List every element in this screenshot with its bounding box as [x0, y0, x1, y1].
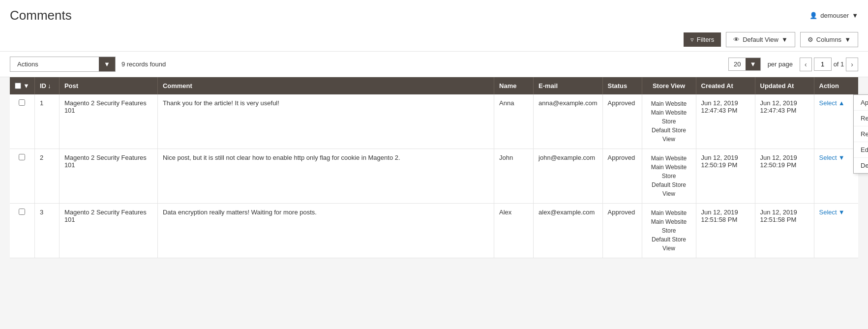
- table-header-row: ▼ ID ↓ Post Comment Name E-mail Status S…: [10, 77, 858, 94]
- row-status: Approved: [602, 94, 642, 149]
- row-created-at: Jun 12, 2019 12:50:19 PM: [696, 149, 755, 204]
- row-email: anna@example.com: [534, 94, 602, 149]
- row-action-cell: Select ▼: [814, 149, 858, 204]
- columns-label: Columns: [816, 36, 841, 43]
- per-page-select: 20 ▼: [728, 58, 761, 71]
- row-post: Magento 2 Security Features 101: [59, 149, 157, 204]
- row-name: Alex: [494, 204, 534, 258]
- row-comment: Data encryption really matters! Waiting …: [157, 204, 494, 258]
- row-checkbox-cell: [10, 94, 34, 149]
- header-email[interactable]: E-mail: [534, 77, 602, 94]
- row-created-at: Jun 12, 2019 12:51:58 PM: [696, 204, 755, 258]
- sort-icon: ↓: [48, 82, 51, 90]
- row-name: John: [494, 149, 534, 204]
- page-header: Comments 👤 demouser ▼: [0, 0, 868, 28]
- toolbar-top: ▿ Filters 👁 Default View ▼ ⚙ Columns ▼: [0, 28, 868, 52]
- row-store-view: Main WebsiteMain Website StoreDefault St…: [642, 94, 696, 149]
- row-updated-at: Jun 12, 2019 12:50:19 PM: [755, 149, 814, 204]
- action-menu-item-reject[interactable]: Reject: [854, 111, 868, 126]
- select-all-checkbox[interactable]: [15, 83, 21, 89]
- filters-label: Filters: [697, 36, 714, 43]
- prev-page-button[interactable]: ‹: [800, 58, 812, 71]
- page-input[interactable]: [814, 58, 832, 71]
- row-store-view: Main WebsiteMain Website StoreDefault St…: [642, 204, 696, 258]
- pagination-bar: 20 ▼ per page ‹ of 1 ›: [728, 58, 858, 71]
- actions-dropdown: Actions ▼: [10, 57, 116, 72]
- default-view-button[interactable]: 👁 Default View ▼: [726, 32, 795, 47]
- table-row: 3Magento 2 Security Features 101Data enc…: [10, 204, 858, 258]
- row-name: Anna: [494, 94, 534, 149]
- action-menu-item-reply[interactable]: Reply: [854, 126, 868, 142]
- user-info: 👤 demouser ▼: [809, 12, 858, 19]
- row-post: Magento 2 Security Features 101: [59, 94, 157, 149]
- next-page-button[interactable]: ›: [846, 58, 858, 71]
- table-row: 1Magento 2 Security Features 101Thank yo…: [10, 94, 858, 149]
- columns-icon: ⚙: [808, 36, 813, 43]
- row-checkbox-cell: [10, 149, 34, 204]
- row-id: 2: [34, 149, 59, 204]
- header-post[interactable]: Post: [59, 77, 157, 94]
- eye-icon: 👁: [733, 36, 740, 43]
- header-name[interactable]: Name: [494, 77, 534, 94]
- records-count: 9 records found: [121, 60, 166, 68]
- select-arrow-icon: ▲: [838, 99, 845, 107]
- header-action: Action: [814, 77, 858, 94]
- action-menu-item-edit[interactable]: Edit: [854, 142, 868, 158]
- row-checkbox-cell: [10, 204, 34, 258]
- select-arrow-icon: ▼: [838, 209, 845, 216]
- row-store-view: Main WebsiteMain Website StoreDefault St…: [642, 149, 696, 204]
- row-post: Magento 2 Security Features 101: [59, 204, 157, 258]
- filters-button[interactable]: ▿ Filters: [684, 32, 721, 47]
- row-id: 1: [34, 94, 59, 149]
- page-title: Comments: [10, 8, 72, 23]
- header-status[interactable]: Status: [602, 77, 642, 94]
- row-updated-at: Jun 12, 2019 12:47:43 PM: [755, 94, 814, 149]
- header-store-view[interactable]: Store View: [642, 77, 696, 94]
- header-checkbox-cell: ▼: [10, 77, 34, 94]
- row-select-link[interactable]: Select ▲: [819, 99, 854, 107]
- select-arrow-icon: ▼: [838, 154, 845, 161]
- user-dropdown-arrow[interactable]: ▼: [852, 12, 858, 19]
- row-action-cell: Select ▲ApproveRejectReplyEditDelete: [814, 94, 858, 149]
- main-content: ▼ ID ↓ Post Comment Name E-mail Status S…: [0, 77, 868, 268]
- header-id[interactable]: ID ↓: [34, 77, 59, 94]
- actions-left: Actions ▼ 9 records found: [10, 57, 166, 72]
- per-page-value: 20: [729, 58, 746, 70]
- table-row: 2Magento 2 Security Features 101Nice pos…: [10, 149, 858, 204]
- row-comment: Thank you for the article! It is very us…: [157, 94, 494, 149]
- actions-dropdown-label: Actions: [10, 57, 99, 71]
- action-menu-item-delete[interactable]: Delete: [854, 158, 868, 173]
- columns-arrow-icon: ▼: [844, 36, 851, 43]
- view-label: Default View: [743, 36, 778, 43]
- header-id-label: ID: [40, 82, 46, 90]
- row-comment: Nice post, but it is still not clear how…: [157, 149, 494, 204]
- row-select-link[interactable]: Select ▼: [819, 209, 854, 216]
- row-checkbox[interactable]: [19, 209, 25, 215]
- action-dropdown-menu: ApproveRejectReplyEditDelete: [853, 94, 868, 174]
- view-arrow-icon: ▼: [781, 36, 788, 43]
- comments-table: ▼ ID ↓ Post Comment Name E-mail Status S…: [10, 77, 858, 258]
- columns-button[interactable]: ⚙ Columns ▼: [800, 32, 858, 47]
- row-updated-at: Jun 12, 2019 12:51:58 PM: [755, 204, 814, 258]
- table-body: 1Magento 2 Security Features 101Thank yo…: [10, 94, 858, 258]
- row-action-cell: Select ▼: [814, 204, 858, 258]
- username: demouser: [820, 12, 849, 19]
- page-nav: ‹ of 1 ›: [800, 58, 858, 71]
- action-menu-item-approve[interactable]: Approve: [854, 95, 868, 111]
- page-of-label: of 1: [834, 60, 844, 68]
- row-created-at: Jun 12, 2019 12:47:43 PM: [696, 94, 755, 149]
- filter-icon: ▿: [690, 36, 694, 43]
- header-checkbox-arrow[interactable]: ▼: [23, 82, 30, 90]
- row-status: Approved: [602, 149, 642, 204]
- per-page-label: per page: [764, 58, 797, 70]
- per-page-dropdown[interactable]: ▼: [746, 58, 760, 70]
- actions-dropdown-toggle[interactable]: ▼: [99, 57, 115, 71]
- header-created-at[interactable]: Created At: [696, 77, 755, 94]
- row-email: john@example.com: [534, 149, 602, 204]
- row-checkbox[interactable]: [19, 99, 25, 106]
- row-select-link[interactable]: Select ▼: [819, 154, 854, 161]
- header-updated-at[interactable]: Updated At: [755, 77, 814, 94]
- row-checkbox[interactable]: [19, 154, 25, 160]
- row-id: 3: [34, 204, 59, 258]
- header-comment[interactable]: Comment: [157, 77, 494, 94]
